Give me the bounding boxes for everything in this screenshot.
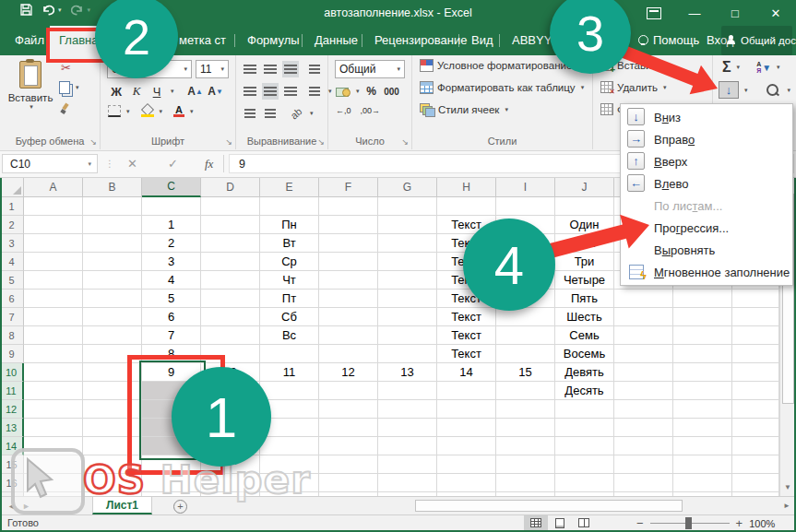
sort-filter-button[interactable]: АЯ ▼	[756, 61, 771, 74]
align-right-button[interactable]	[282, 83, 299, 100]
cell-G4[interactable]	[378, 253, 437, 271]
find-select-icon[interactable]	[766, 84, 778, 96]
cell-x11-16[interactable]	[673, 474, 732, 492]
cell-x12-8[interactable]	[732, 326, 779, 345]
cell-x12-13[interactable]	[732, 419, 779, 437]
column-header-G[interactable]: G	[378, 177, 437, 197]
increase-decimal-button[interactable]: ←,0	[336, 106, 351, 115]
select-all-corner[interactable]	[0, 177, 24, 197]
cell-B14[interactable]	[83, 437, 142, 455]
cell-x12-15[interactable]	[732, 455, 779, 474]
cell-A10[interactable]	[24, 363, 83, 382]
cell-H7[interactable]: Текст	[437, 308, 496, 326]
font-color-icon[interactable]: А	[173, 105, 184, 117]
font-size-select[interactable]: 11▾	[196, 60, 229, 78]
cell-I11[interactable]	[496, 382, 555, 400]
cell-G13[interactable]	[378, 419, 437, 437]
cell-J1[interactable]	[555, 197, 614, 216]
number-format-select[interactable]: Общий▾	[335, 60, 405, 78]
cell-C6[interactable]: 5	[142, 290, 201, 308]
undo-icon[interactable]	[42, 5, 54, 16]
cell-x12-14[interactable]	[732, 437, 779, 455]
cell-F16[interactable]	[319, 474, 378, 492]
redo-icon[interactable]	[71, 5, 84, 16]
cell-E3[interactable]: Вт	[260, 234, 319, 253]
cell-I9[interactable]	[496, 345, 555, 363]
cell-G7[interactable]	[378, 308, 437, 326]
tab-review[interactable]: Рецензирование	[365, 26, 476, 55]
comma-format-button[interactable]: 000	[384, 83, 400, 100]
horizontal-scrollbar[interactable]	[387, 500, 756, 512]
cell-J2[interactable]: Один	[555, 216, 614, 234]
cell-H13[interactable]	[437, 419, 496, 437]
autosum-button[interactable]: Σ	[722, 59, 731, 76]
cell-J9[interactable]: Восемь	[555, 345, 614, 363]
decrease-indent-button[interactable]	[242, 105, 258, 122]
menu-item-series[interactable]: Прогрессия...	[621, 217, 792, 239]
close-button[interactable]: ✕	[755, 0, 796, 26]
zoom-slider[interactable]	[650, 523, 730, 524]
menu-item-fill-right[interactable]: →Вправо	[621, 128, 792, 150]
cell-I10[interactable]: 15	[496, 363, 555, 382]
row-header-7[interactable]: 7	[0, 308, 24, 326]
cell-J15[interactable]	[555, 455, 614, 474]
horizontal-scrollbar-thumb[interactable]	[415, 500, 683, 512]
cell-D1[interactable]	[201, 197, 260, 216]
cell-J5[interactable]: Четыре	[555, 271, 614, 290]
menu-item-flash-fill[interactable]: ϟМгновенное заполнение	[621, 261, 792, 283]
row-header-4[interactable]: 4	[0, 253, 24, 271]
cell-J16[interactable]	[555, 474, 614, 492]
cell-x10-8[interactable]	[614, 326, 673, 345]
row-header-8[interactable]: 8	[0, 326, 24, 345]
cell-B7[interactable]	[83, 308, 142, 326]
cell-G8[interactable]	[378, 326, 437, 345]
cell-x10-11[interactable]	[614, 382, 673, 400]
cell-E14[interactable]	[260, 437, 319, 455]
cell-C9[interactable]: 8	[142, 345, 201, 363]
menu-item-fill-up[interactable]: ↑Вверх	[621, 150, 792, 172]
cell-G15[interactable]	[378, 455, 437, 474]
cell-B9[interactable]	[83, 345, 142, 363]
cell-G10[interactable]: 13	[378, 363, 437, 382]
cell-H10[interactable]: 14	[437, 363, 496, 382]
cell-E6[interactable]: Пт	[260, 290, 319, 308]
cell-J12[interactable]	[555, 400, 614, 419]
column-header-A[interactable]: A	[24, 177, 83, 197]
maximize-button[interactable]: □	[715, 0, 755, 26]
cell-F13[interactable]	[319, 419, 378, 437]
page-layout-view-button[interactable]	[548, 515, 572, 530]
row-header-2[interactable]: 2	[0, 216, 24, 234]
cell-E11[interactable]	[260, 382, 319, 400]
cell-E4[interactable]: Ср	[260, 253, 319, 271]
cell-A5[interactable]	[24, 271, 83, 290]
tab-formulas[interactable]: Формулы	[238, 26, 309, 55]
cell-I14[interactable]	[496, 437, 555, 455]
cell-E5[interactable]: Чт	[260, 271, 319, 290]
cell-A12[interactable]	[24, 400, 83, 419]
cell-G16[interactable]	[378, 474, 437, 492]
cell-C8[interactable]: 7	[142, 326, 201, 345]
cell-I8[interactable]	[496, 326, 555, 345]
merge-center-button[interactable]	[306, 83, 323, 100]
cell-I15[interactable]	[496, 455, 555, 474]
cell-H14[interactable]	[437, 437, 496, 455]
cell-D2[interactable]	[201, 216, 260, 234]
cell-F1[interactable]	[319, 197, 378, 216]
currency-format-icon[interactable]	[336, 86, 350, 97]
cell-F3[interactable]	[319, 234, 378, 253]
cell-J14[interactable]	[555, 437, 614, 455]
menu-item-fill-left[interactable]: ←Влево	[621, 172, 792, 195]
cell-D4[interactable]	[201, 253, 260, 271]
cell-A7[interactable]	[24, 308, 83, 326]
cell-I16[interactable]	[496, 474, 555, 492]
cell-E2[interactable]: Пн	[260, 216, 319, 234]
cell-B5[interactable]	[83, 271, 142, 290]
redo-dropdown-caret[interactable]: ▾	[88, 6, 91, 14]
undo-dropdown-caret[interactable]: ▾	[58, 6, 62, 14]
format-as-table-button[interactable]: Форматировать как таблицу▾	[420, 81, 584, 94]
name-box[interactable]: C10▾	[2, 154, 98, 173]
align-top-button[interactable]	[242, 61, 258, 77]
cell-x10-16[interactable]	[614, 474, 673, 492]
cell-x12-12[interactable]	[732, 400, 779, 419]
share-button[interactable]: Общий доступ	[721, 26, 792, 55]
